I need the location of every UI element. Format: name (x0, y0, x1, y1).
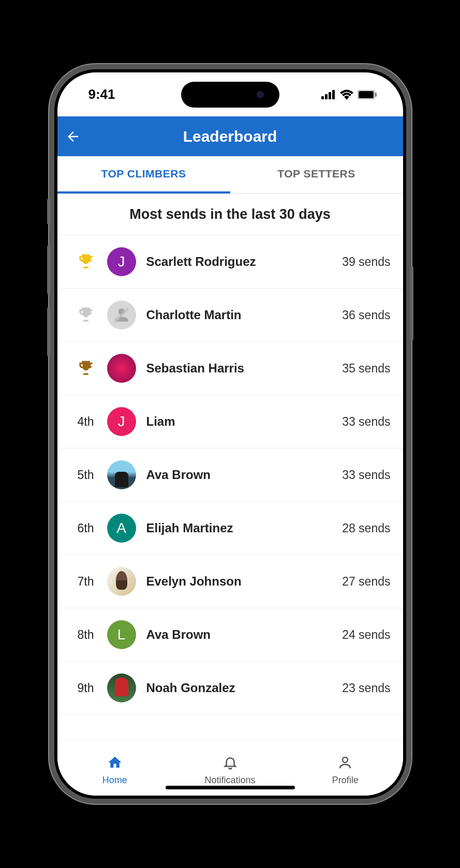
battery-icon (358, 90, 377, 99)
device-notch (181, 82, 279, 108)
leaderboard-row[interactable]: Sebastian Harris35 sends (57, 342, 403, 395)
avatar: A (107, 514, 136, 543)
climber-name: Ava Brown (146, 468, 343, 482)
sends-count: 27 sends (342, 575, 390, 589)
avatar (107, 674, 136, 702)
trophy-icon (68, 358, 104, 378)
avatar (107, 567, 136, 596)
climber-name: Sebastian Harris (146, 361, 343, 376)
svg-rect-3 (332, 90, 335, 99)
sends-count: 33 sends (342, 468, 390, 482)
wifi-icon (340, 89, 353, 100)
leaderboard-row[interactable]: JScarlett Rodriguez39 sends (57, 235, 403, 289)
back-button[interactable] (57, 116, 88, 156)
rank-label: 9th (68, 681, 104, 695)
rank-label: 6th (68, 521, 104, 535)
svg-rect-6 (375, 93, 377, 97)
sends-count: 28 sends (342, 521, 390, 535)
status-icons (321, 89, 377, 100)
leaderboard-row[interactable]: 6thAElijah Martinez28 sends (57, 502, 403, 555)
nav-label: Home (102, 775, 127, 786)
person-icon (337, 755, 353, 773)
leaderboard-row[interactable]: 7thEvelyn Johnson27 sends (57, 555, 403, 608)
sends-count: 35 sends (342, 362, 390, 376)
climber-name: Evelyn Johnson (146, 574, 343, 589)
home-indicator (166, 786, 295, 789)
leaderboard-row[interactable]: Charlotte Martin36 sends (57, 289, 403, 342)
trophy-icon (68, 305, 104, 325)
climber-name: Ava Brown (146, 627, 343, 642)
leaderboard-row[interactable]: 5thAva Brown33 sends (57, 448, 403, 502)
leaderboard-row[interactable]: 8thLAva Brown24 sends (57, 608, 403, 662)
arrow-back-icon (65, 129, 81, 144)
tabs: TOP CLIMBERSTOP SETTERS (57, 156, 403, 194)
status-time: 9:41 (88, 86, 115, 102)
page-title: Leaderboard (57, 128, 403, 145)
climber-name: Charlotte Martin (146, 308, 343, 322)
rank-label: 4th (68, 415, 104, 429)
rank-label: 5th (68, 468, 104, 482)
leaderboard-row[interactable]: 9thNoah Gonzalez23 sends (57, 662, 403, 715)
leaderboard-list[interactable]: JScarlett Rodriguez39 sendsCharlotte Mar… (57, 235, 403, 740)
sends-count: 24 sends (342, 628, 390, 642)
bell-icon (222, 755, 238, 773)
avatar (107, 354, 136, 383)
nav-label: Notifications (204, 775, 255, 786)
climber-name: Noah Gonzalez (146, 681, 343, 695)
sends-count: 39 sends (342, 255, 390, 269)
home-icon (107, 755, 123, 773)
trophy-icon (68, 252, 104, 272)
svg-rect-2 (329, 92, 331, 99)
avatar: J (107, 247, 136, 276)
tab-top-climbers[interactable]: TOP CLIMBERS (57, 156, 230, 193)
nav-home[interactable]: Home (57, 740, 173, 796)
nav-label: Profile (332, 775, 359, 786)
avatar (107, 301, 136, 330)
climber-name: Liam (146, 414, 343, 429)
rank-label: 8th (68, 628, 104, 642)
climber-name: Elijah Martinez (146, 521, 343, 535)
app-bar: Leaderboard (57, 116, 403, 156)
avatar: L (107, 620, 136, 649)
climber-name: Scarlett Rodriguez (146, 255, 343, 269)
leaderboard-row[interactable]: 4thJLiam33 sends (57, 395, 403, 448)
tab-top-setters[interactable]: TOP SETTERS (230, 156, 403, 193)
rank-label: 7th (68, 575, 104, 589)
signal-icon (321, 90, 336, 99)
avatar (107, 460, 136, 489)
avatar: J (107, 407, 136, 436)
svg-point-8 (343, 757, 348, 762)
sends-count: 23 sends (342, 681, 390, 695)
svg-rect-0 (321, 96, 324, 99)
leaderboard-subtitle: Most sends in the last 30 days (57, 194, 403, 235)
svg-rect-1 (325, 94, 328, 99)
sends-count: 33 sends (342, 415, 390, 429)
sends-count: 36 sends (342, 308, 390, 322)
nav-profile[interactable]: Profile (288, 740, 403, 796)
svg-rect-5 (359, 91, 374, 98)
